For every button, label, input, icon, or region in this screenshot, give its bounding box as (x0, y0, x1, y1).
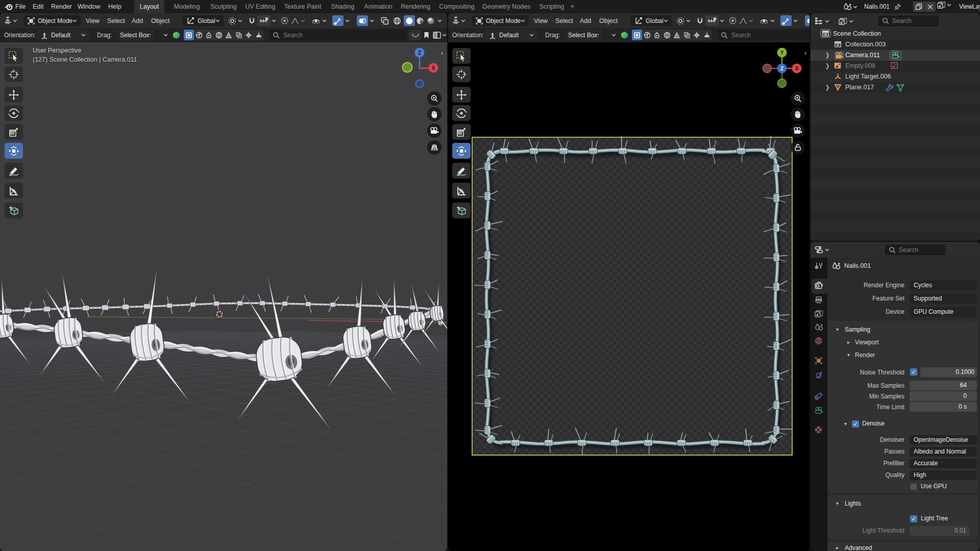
svg-text:Z: Z (418, 50, 421, 56)
svg-text:X: X (795, 66, 799, 71)
svg-text:Z: Z (780, 66, 783, 71)
svg-text:X: X (432, 65, 435, 71)
svg-text:Y: Y (780, 50, 784, 56)
